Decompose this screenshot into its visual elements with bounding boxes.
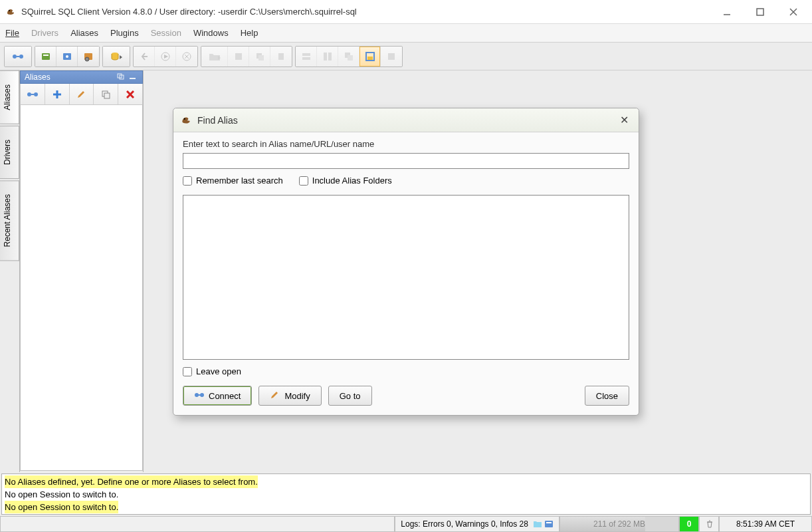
vtab-recent-aliases[interactable]: Recent Aliases [0,180,19,261]
svg-point-39 [34,92,38,96]
pencil-icon [270,390,280,401]
maximize-button[interactable] [751,3,769,21]
connect-icon [194,390,205,401]
delete-alias-button[interactable] [118,84,142,104]
menu-file[interactable]: File [5,28,19,38]
dialog-title-text: Find Alias [197,115,616,126]
open-file-button [201,47,228,66]
properties-button[interactable] [78,47,99,66]
close-button[interactable]: Close [585,386,629,406]
main-toolbar [0,43,812,70]
svg-rect-24 [258,55,264,61]
new-session-props-button[interactable] [35,47,56,66]
status-logs[interactable]: Logs: Errors 0, Warnings 0, Infos 28 [395,517,559,532]
status-count[interactable]: 0 [679,517,699,532]
goto-button[interactable]: Go to [328,386,372,406]
minimize-button[interactable] [718,3,736,21]
connect-button[interactable]: Connect [183,386,252,406]
back-button [134,47,155,66]
svg-rect-52 [546,522,552,523]
svg-rect-25 [278,53,284,60]
vertical-tabs: Aliases Drivers Recent Aliases [0,70,20,472]
panel-title-text: Aliases [25,72,114,82]
panel-minimize-icon[interactable] [129,73,138,81]
maximize-internal-button[interactable] [359,47,381,66]
vtab-drivers[interactable]: Drivers [0,126,19,179]
menu-aliases[interactable]: Aliases [70,28,98,38]
modify-button[interactable]: Modify [258,386,321,406]
edit-alias-button[interactable] [70,84,94,104]
svg-point-13 [85,57,89,61]
menu-windows[interactable]: Windows [193,28,229,38]
stop-button [176,47,197,66]
menu-session[interactable]: Session [151,28,181,38]
svg-marker-15 [120,55,122,59]
status-main [0,517,395,532]
new-alias-button[interactable] [45,84,70,104]
aliases-list[interactable] [20,105,143,471]
connect-alias-button[interactable] [5,47,31,66]
save-button [228,47,249,66]
log-folder-icon [533,520,542,528]
svg-point-11 [66,55,68,58]
svg-marker-17 [164,55,168,59]
search-prompt-label: Enter text to search in Alias name/URL/u… [183,139,629,149]
svg-rect-2 [757,9,763,15]
dialog-close-button[interactable]: ✕ [616,112,632,128]
menu-drivers[interactable]: Drivers [31,28,58,38]
squirrel-icon [180,114,192,126]
vtab-aliases[interactable]: Aliases [0,70,19,124]
include-alias-folders-checkbox[interactable]: Include Alias Folders [299,176,392,186]
leave-open-checkbox[interactable]: Leave open [183,366,241,376]
memory-usage[interactable]: 211 of 292 MB [559,517,679,532]
statusbar: Logs: Errors 0, Warnings 0, Infos 28 211… [0,516,812,532]
paste-button [270,47,292,66]
copy-button [249,47,270,66]
svg-rect-9 [43,55,49,56]
svg-point-6 [19,55,23,59]
menu-help[interactable]: Help [241,28,258,38]
search-input[interactable] [183,153,629,169]
find-alias-dialog: Find Alias ✕ Enter text to search in Ali… [173,108,639,416]
copy-alias-button[interactable] [94,84,118,104]
svg-rect-34 [388,53,395,60]
cascade-button [338,47,359,66]
panel-toolbar [20,84,143,105]
gc-button[interactable] [699,517,719,532]
clock: 8:51:39 AM CET [719,517,812,532]
remember-last-search-checkbox[interactable]: Remember last search [183,176,283,186]
panel-restore-icon[interactable] [117,73,126,81]
results-list[interactable] [183,195,629,360]
svg-rect-28 [324,53,327,61]
svg-rect-29 [328,53,332,61]
menubar: File Drivers Aliases Plugins Session Win… [0,24,812,43]
message-log[interactable]: No Aliases defined, yet. Define one or m… [1,473,811,515]
close-all-button [381,47,402,66]
app-icon [5,7,16,17]
aliases-panel: Aliases [20,70,144,472]
svg-rect-8 [42,53,50,60]
close-window-button[interactable] [784,3,803,21]
window-title: SQuirreL SQL Client Version 4.8.0 / User… [21,7,718,17]
db-button[interactable] [103,47,130,66]
panel-title: Aliases [20,70,143,84]
svg-rect-51 [545,521,553,527]
tile-v-button [317,47,338,66]
svg-rect-22 [235,53,242,60]
svg-rect-26 [302,53,310,56]
svg-rect-44 [104,93,110,98]
connect-button[interactable] [21,84,45,104]
svg-point-47 [184,118,185,119]
log-line: No open Session to switch to. [5,488,118,501]
svg-rect-27 [302,57,310,60]
log-toggle-icon [544,520,554,528]
svg-point-5 [13,55,17,59]
tile-h-button [296,47,317,66]
svg-point-38 [27,92,31,96]
svg-point-0 [9,10,10,11]
global-prefs-button[interactable] [56,47,78,66]
dialog-titlebar[interactable]: Find Alias ✕ [173,108,639,132]
window-titlebar: SQuirreL SQL Client Version 4.8.0 / User… [0,0,812,24]
svg-rect-33 [367,57,373,60]
menu-plugins[interactable]: Plugins [110,28,139,38]
